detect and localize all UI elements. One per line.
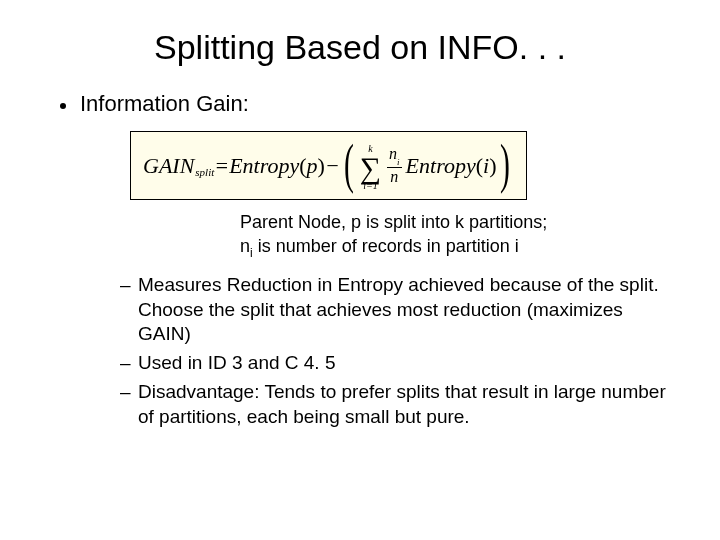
dash-icon: – bbox=[120, 351, 138, 376]
num-sym: n bbox=[389, 145, 397, 162]
sigma-icon: ∑ bbox=[360, 154, 381, 181]
gain-formula: GAINsplit = Entropy(p) − ( k ∑ i=1 ni n … bbox=[143, 142, 514, 189]
fraction: ni n bbox=[387, 146, 402, 184]
equals: = bbox=[214, 153, 229, 179]
fraction-denominator: n bbox=[390, 168, 398, 185]
minus: − bbox=[325, 153, 340, 179]
lparen2-icon: ( bbox=[476, 153, 483, 179]
sub-bullet-text: Used in ID 3 and C 4. 5 bbox=[138, 351, 680, 376]
caption-n: n bbox=[240, 236, 250, 256]
num-sub: i bbox=[397, 157, 400, 167]
bullet-information-gain: Information Gain: bbox=[60, 91, 680, 117]
fraction-numerator: ni bbox=[387, 146, 402, 167]
summation: k ∑ i=1 bbox=[360, 144, 381, 191]
lparen-icon: ( bbox=[299, 153, 306, 179]
slide: Splitting Based on INFO. . . Information… bbox=[0, 0, 720, 540]
entropy-p-fn: Entropy bbox=[229, 153, 299, 179]
sub-bullet-measures: – Measures Reduction in Entropy achieved… bbox=[120, 273, 680, 347]
lhs-sub: split bbox=[195, 166, 214, 178]
formula-box: GAINsplit = Entropy(p) − ( k ∑ i=1 ni n … bbox=[130, 131, 527, 200]
formula-caption: Parent Node, p is split into k partition… bbox=[240, 210, 680, 261]
sub-bullet-text: Disadvantage: Tends to prefer splits tha… bbox=[138, 380, 680, 429]
sub-bullet-disadvantage: – Disadvantage: Tends to prefer splits t… bbox=[120, 380, 680, 429]
sum-lower: i=1 bbox=[363, 181, 378, 191]
entropy-p-arg: p bbox=[307, 153, 318, 179]
sub-bullet-text: Measures Reduction in Entropy achieved b… bbox=[138, 273, 680, 347]
caption-line-2: ni is number of records in partition i bbox=[240, 234, 680, 261]
sub-bullet-used-in: – Used in ID 3 and C 4. 5 bbox=[120, 351, 680, 376]
slide-title: Splitting Based on INFO. . . bbox=[40, 28, 680, 67]
rparen-icon: ) bbox=[318, 153, 325, 179]
bullet-text: Information Gain: bbox=[80, 91, 249, 117]
rparen2-icon: ) bbox=[489, 153, 496, 179]
entropy-i-fn: Entropy bbox=[406, 153, 476, 179]
caption-line-1: Parent Node, p is split into k partition… bbox=[240, 210, 680, 234]
dash-icon: – bbox=[120, 380, 138, 405]
bullet-dot-icon bbox=[60, 103, 66, 109]
lhs-gain: GAIN bbox=[143, 153, 194, 179]
dash-icon: – bbox=[120, 273, 138, 298]
caption-rest: is number of records in partition i bbox=[253, 236, 519, 256]
sub-bullet-list: – Measures Reduction in Entropy achieved… bbox=[120, 273, 680, 429]
